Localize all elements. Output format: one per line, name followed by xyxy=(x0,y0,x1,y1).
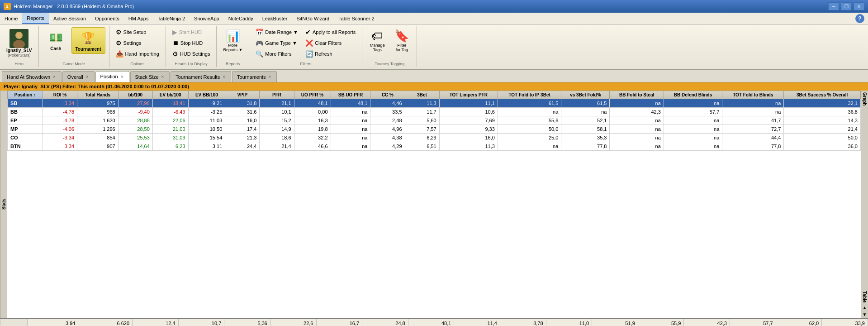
col-sb-uo-pfr[interactable]: SB UO PFR xyxy=(331,91,370,99)
table-row[interactable]: MP-4,061 29628,5021,0010,5017,414,919,8n… xyxy=(8,125,861,134)
table-cell: BB xyxy=(8,108,43,116)
more-filters-icon: 🔍 xyxy=(256,50,263,58)
table-cell: -3,34 xyxy=(43,134,77,142)
summary-tot-limpers-pfr: 11,0 xyxy=(546,319,592,326)
tab-position[interactable]: Position × xyxy=(95,71,129,82)
date-range-icon: 📅 xyxy=(256,29,263,36)
col-total-hands[interactable]: Total Hands xyxy=(77,91,119,99)
stats-sidebar[interactable]: Stats xyxy=(0,91,7,318)
table-row[interactable]: SB-3,34975-27,98-18,41-9,2131,821,148,14… xyxy=(8,99,861,108)
scroll-down-button[interactable]: ▼ xyxy=(862,311,868,318)
restore-button[interactable]: ❐ xyxy=(841,2,852,10)
menu-snowieapp[interactable]: SnowieApp xyxy=(190,13,224,24)
site-setup-button[interactable]: ⚙ Site Setup xyxy=(113,27,162,37)
close-button[interactable]: ✕ xyxy=(854,2,864,10)
tab-tournaments[interactable]: Tournaments × xyxy=(232,71,277,82)
date-range-button[interactable]: 📅 Date Range ▼ xyxy=(253,27,301,37)
col-cc[interactable]: CC % xyxy=(370,91,405,99)
table-cell: 11,03 xyxy=(188,116,225,125)
data-table-container[interactable]: Position ↑ ROI % Total Hands bb/100 EV b… xyxy=(7,91,861,318)
col-vpip[interactable]: VPIP xyxy=(225,91,260,99)
col-3bet-success[interactable]: 3Bet Success % Overall xyxy=(784,91,861,99)
hud-settings-label: HUD Settings xyxy=(180,51,210,57)
options-group: ⚙ Site Setup ⚙ Settings 📥 Hand Importing… xyxy=(109,26,166,67)
tab-overall-close[interactable]: × xyxy=(85,74,90,79)
tab-tournament-results[interactable]: Tournament Results × xyxy=(171,71,231,82)
manage-tags-button[interactable]: 🏷 ManageTags xyxy=(366,27,389,54)
col-tot-fold-ip-3bet[interactable]: TOT Fold to IP 3Bet xyxy=(498,91,561,99)
col-ev-bb100-2[interactable]: EV BB/100 xyxy=(188,91,225,99)
apply-all-reports-button[interactable]: ✔ Apply to all Reports xyxy=(303,27,358,37)
table-cell: 42,3 xyxy=(610,108,664,116)
tab-position-close[interactable]: × xyxy=(120,74,124,79)
graph-label[interactable]: Graph xyxy=(862,91,867,107)
table-label[interactable]: Table xyxy=(862,289,867,304)
table-row[interactable]: BTN-3,3490714,646,233,1124,421,446,6na4,… xyxy=(8,142,861,151)
col-tot-limpers-pfr[interactable]: TOT Limpers PFR xyxy=(439,91,498,99)
menu-home[interactable]: Home xyxy=(0,13,22,24)
hand-importing-button[interactable]: 📥 Hand Importing xyxy=(113,49,162,59)
tab-overall[interactable]: Overall × xyxy=(62,71,95,82)
settings-button[interactable]: ⚙ Settings xyxy=(113,38,162,48)
start-hud-button[interactable]: ▶ Start HUD xyxy=(170,27,213,37)
table-cell: na xyxy=(722,99,784,108)
refresh-button[interactable]: 🔄 Refresh xyxy=(303,49,358,59)
menu-sitngo[interactable]: SitNGo Wizard xyxy=(292,13,334,24)
game-type-button[interactable]: 🎮 Game Type ▼ xyxy=(253,38,301,48)
menu-reports[interactable]: Reports xyxy=(22,13,49,24)
table-row[interactable]: EP-4,781 62028,8822,0611,0316,015,216,3n… xyxy=(8,116,861,125)
col-3bet[interactable]: 3Bet xyxy=(405,91,439,99)
minimize-button[interactable]: ─ xyxy=(828,2,839,10)
tab-stack-size-close[interactable]: × xyxy=(161,74,165,79)
menu-tablNinja[interactable]: TableNinja 2 xyxy=(153,13,190,24)
tab-tournament-results-close[interactable]: × xyxy=(222,74,226,79)
menu-opponents[interactable]: Opponents xyxy=(90,13,124,24)
menu-tablescanner[interactable]: Table Scanner 2 xyxy=(334,13,379,24)
tab-stack-size[interactable]: Stack Size × xyxy=(130,71,170,82)
menu-notecaddy[interactable]: NoteCaddy xyxy=(224,13,258,24)
hero-button[interactable]: Ignatiy_SLV (PokerStars) xyxy=(4,27,35,59)
stop-hud-button[interactable]: ⏹ Stop HUD xyxy=(170,38,213,48)
tab-tournaments-close[interactable]: × xyxy=(268,74,272,79)
table-cell: 31,09 xyxy=(152,134,188,142)
col-ev-bb100[interactable]: EV bb/100 xyxy=(152,91,188,99)
table-row[interactable]: CO-3,3485425,5331,0915,5421,318,632,2na4… xyxy=(8,134,861,142)
summary-3bet-success: 33,9 xyxy=(822,319,868,326)
filter-for-tag-button[interactable]: 🔖 Filterfor Tag xyxy=(390,27,413,54)
col-roi[interactable]: ROI % xyxy=(43,91,77,99)
hud-settings-button[interactable]: ⚙ HUD Settings xyxy=(170,49,213,59)
more-filters-button[interactable]: 🔍 More Filters xyxy=(253,49,301,59)
table-cell: 4,38 xyxy=(370,134,405,142)
table-cell: na xyxy=(498,142,561,151)
title-bar: 2 Hold'em Manager - 2.0.0.8569 (Holdem &… xyxy=(0,0,868,13)
tab-hand-at-showdown-close[interactable]: × xyxy=(52,74,57,79)
menu-hm-apps[interactable]: HM Apps xyxy=(124,13,153,24)
menu-leakbuster[interactable]: LeakBuster xyxy=(258,13,292,24)
cash-mode-button[interactable]: 💵 Cash xyxy=(43,27,70,53)
svg-point-3 xyxy=(16,33,22,38)
tabs-bar: Hand At Showdown × Overall × Position × … xyxy=(0,70,868,82)
filters-group-label: Filters xyxy=(300,61,312,66)
tab-position-label: Position xyxy=(100,74,118,79)
site-setup-label: Site Setup xyxy=(123,29,147,35)
scroll-up-button[interactable]: ▲ xyxy=(862,304,868,311)
tournament-icon: 🏆 xyxy=(80,29,97,47)
tournament-mode-button[interactable]: 🏆 Tournament xyxy=(71,27,105,54)
col-tot-fold-blinds[interactable]: TOT Fold to Blinds xyxy=(722,91,784,99)
table-row[interactable]: BB-4,78968-9,40-6,49-3,2531,610,10,00na3… xyxy=(8,108,861,116)
col-bb-fold-steal[interactable]: BB Fold to Steal xyxy=(610,91,664,99)
col-bb-defend-blinds[interactable]: BB Defend Blinds xyxy=(664,91,722,99)
help-button[interactable]: ? xyxy=(855,14,864,23)
table-cell: EP xyxy=(8,116,43,125)
clear-filters-button[interactable]: ❌ Clear Filters xyxy=(303,38,358,48)
tab-hand-at-showdown[interactable]: Hand At Showdown × xyxy=(2,71,62,82)
table-cell: 55,6 xyxy=(498,116,561,125)
col-bb100[interactable]: bb/100 xyxy=(118,91,152,99)
col-uo-pfr[interactable]: UO PFR % xyxy=(294,91,331,99)
menu-active-session[interactable]: Active Session xyxy=(49,13,90,24)
col-pfr[interactable]: PFR xyxy=(260,91,294,99)
more-reports-button[interactable]: 📊 MoreReports ▼ xyxy=(220,27,245,54)
col-position[interactable]: Position ↑ xyxy=(8,91,43,99)
col-vs-3bet-fold[interactable]: vs 3Bet Fold% xyxy=(561,91,610,99)
table-cell: 50,0 xyxy=(498,125,561,134)
